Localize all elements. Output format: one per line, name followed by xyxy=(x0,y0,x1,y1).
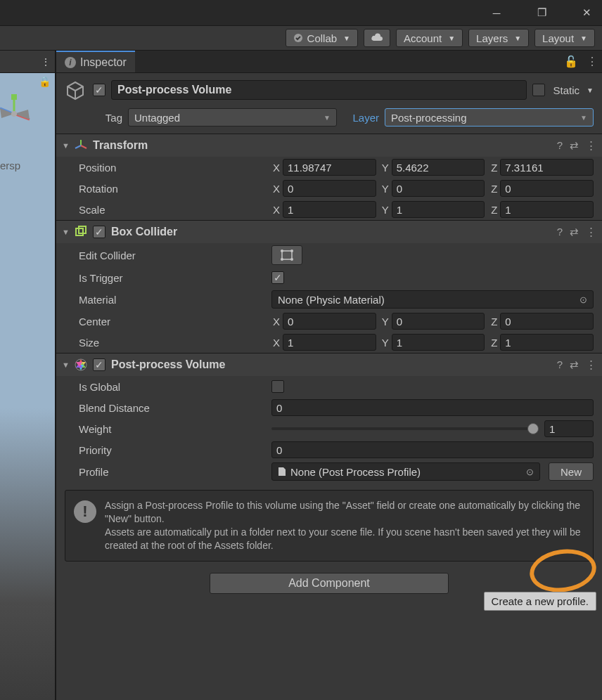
scale-label: Scale xyxy=(76,204,266,216)
svg-point-16 xyxy=(281,258,283,261)
object-name-field[interactable]: Post-process Volume xyxy=(111,80,527,100)
ppv-enable-checkbox[interactable]: ✓ xyxy=(93,358,105,371)
scale-y-field[interactable]: 1 xyxy=(392,201,485,218)
transform-title: Transform xyxy=(93,139,551,152)
center-label: Center xyxy=(76,316,266,328)
object-picker-icon[interactable]: ⊙ xyxy=(579,294,587,305)
tag-layer-row: Tag Untagged▼ Layer Post-processing▼ xyxy=(56,105,602,134)
position-label: Position xyxy=(76,162,266,174)
svg-point-15 xyxy=(290,249,293,252)
priority-field[interactable]: 0 xyxy=(271,441,594,458)
cloud-button[interactable] xyxy=(364,29,390,47)
account-dropdown[interactable]: Account▼ xyxy=(396,29,463,47)
edit-collider-button[interactable] xyxy=(271,245,302,265)
asset-icon xyxy=(278,467,286,477)
collab-dropdown[interactable]: Collab▼ xyxy=(286,29,358,47)
window-titlebar: ─ ❐ ✕ xyxy=(0,0,602,25)
object-picker-icon[interactable]: ⊙ xyxy=(526,467,534,477)
inspector-tab[interactable]: i Inspector xyxy=(56,51,135,72)
tab-row: i Inspector 🔓 ⋮ xyxy=(56,51,602,73)
tag-dropdown[interactable]: Untagged▼ xyxy=(128,108,337,127)
box-collider-component: ▼ ✓ Box Collider ? ⇄ ⋮ Edit Collider Is … xyxy=(56,220,602,353)
svg-point-7 xyxy=(11,111,17,117)
static-dropdown-icon[interactable]: ▼ xyxy=(587,86,594,94)
rotation-y-field[interactable]: 0 xyxy=(392,180,485,197)
box-collider-enable-checkbox[interactable]: ✓ xyxy=(93,226,105,238)
transform-header[interactable]: ▼ Transform ? ⇄ ⋮ xyxy=(56,134,602,157)
orientation-gizmo[interactable] xyxy=(0,93,35,135)
layer-dropdown[interactable]: Post-processing▼ xyxy=(385,108,594,127)
rotation-z-field[interactable]: 0 xyxy=(500,180,594,197)
static-checkbox[interactable] xyxy=(532,84,545,96)
gameobject-icon xyxy=(65,80,86,101)
object-header: ✓ Post-process Volume Static ▼ xyxy=(56,73,602,105)
center-y-field[interactable]: 0 xyxy=(392,313,485,330)
is-global-checkbox[interactable] xyxy=(271,380,284,393)
center-x-field[interactable]: 0 xyxy=(283,313,376,330)
svg-point-14 xyxy=(281,249,283,252)
layers-dropdown[interactable]: Layers▼ xyxy=(468,29,529,47)
lock-icon[interactable]: 🔒 xyxy=(39,76,51,87)
help-text: Assign a Post-process Profile to this vo… xyxy=(105,500,581,551)
material-field[interactable]: None (Physic Material)⊙ xyxy=(271,290,594,309)
layout-dropdown[interactable]: Layout▼ xyxy=(534,29,595,47)
edit-collider-label: Edit Collider xyxy=(76,249,266,261)
weight-slider[interactable] xyxy=(271,427,539,430)
svg-rect-13 xyxy=(282,251,292,259)
size-label: Size xyxy=(76,337,266,349)
rotation-label: Rotation xyxy=(76,183,266,195)
help-icon[interactable]: ? xyxy=(557,139,563,152)
post-process-volume-component: ▼ ✓ Post-process Volume ? ⇄ xyxy=(56,353,602,562)
profile-label: Profile xyxy=(76,466,266,478)
static-label: Static xyxy=(553,84,580,96)
scale-x-field[interactable]: 1 xyxy=(283,201,376,218)
foldout-icon: ▼ xyxy=(62,141,69,150)
position-x-field[interactable]: 11.98747 xyxy=(283,159,376,176)
size-x-field[interactable]: 1 xyxy=(283,334,376,351)
info-icon: ! xyxy=(74,500,96,523)
scene-toolbar: ⋮ xyxy=(0,51,55,73)
blend-distance-field[interactable]: 0 xyxy=(271,399,594,416)
component-menu-icon[interactable]: ⋮ xyxy=(586,358,596,371)
component-menu-icon[interactable]: ⋮ xyxy=(586,226,596,238)
svg-rect-2 xyxy=(11,94,17,100)
close-button[interactable]: ✕ xyxy=(577,3,596,22)
priority-label: Priority xyxy=(76,444,266,456)
center-z-field[interactable]: 0 xyxy=(500,313,594,330)
is-trigger-checkbox[interactable]: ✓ xyxy=(271,271,284,284)
ppv-title: Post-process Volume xyxy=(111,358,551,371)
position-z-field[interactable]: 7.31161 xyxy=(500,159,594,176)
weight-field[interactable]: 1 xyxy=(544,420,594,437)
scale-z-field[interactable]: 1 xyxy=(500,201,594,218)
layer-label: Layer xyxy=(342,112,379,124)
box-collider-header[interactable]: ▼ ✓ Box Collider ? ⇄ ⋮ xyxy=(56,221,602,243)
preset-icon[interactable]: ⇄ xyxy=(570,226,579,238)
panel-menu-icon[interactable]: ⋮ xyxy=(582,55,602,68)
svg-point-17 xyxy=(290,258,293,261)
transform-icon xyxy=(75,139,87,152)
svg-line-9 xyxy=(81,145,87,148)
ppv-header[interactable]: ▼ ✓ Post-process Volume ? ⇄ xyxy=(56,354,602,376)
size-y-field[interactable]: 1 xyxy=(392,334,485,351)
help-icon[interactable]: ? xyxy=(557,226,563,238)
minimize-button[interactable]: ─ xyxy=(487,3,506,22)
size-z-field[interactable]: 1 xyxy=(500,334,594,351)
preset-icon[interactable]: ⇄ xyxy=(570,139,579,152)
position-y-field[interactable]: 5.4622 xyxy=(392,159,485,176)
active-checkbox[interactable]: ✓ xyxy=(93,84,105,96)
component-menu-icon[interactable]: ⋮ xyxy=(586,139,596,152)
add-component-button[interactable]: Add Component xyxy=(210,573,449,594)
box-collider-title: Box Collider xyxy=(111,226,551,238)
slider-thumb[interactable] xyxy=(527,423,539,434)
collab-icon xyxy=(293,33,303,43)
help-icon[interactable]: ? xyxy=(557,358,563,371)
new-profile-button[interactable]: New xyxy=(549,462,594,481)
kebab-icon[interactable]: ⋮ xyxy=(41,56,51,67)
maximize-button[interactable]: ❐ xyxy=(532,3,551,22)
editor-toolbar: Collab▼ Account▼ Layers▼ Layout▼ xyxy=(0,25,602,51)
scene-view[interactable]: ⋮ 🔒 ersp xyxy=(0,51,56,700)
preset-icon[interactable]: ⇄ xyxy=(570,358,579,371)
lock-panel-icon[interactable]: 🔓 xyxy=(560,55,582,68)
profile-field[interactable]: None (Post Process Profile) ⊙ xyxy=(271,462,540,481)
rotation-x-field[interactable]: 0 xyxy=(283,180,376,197)
